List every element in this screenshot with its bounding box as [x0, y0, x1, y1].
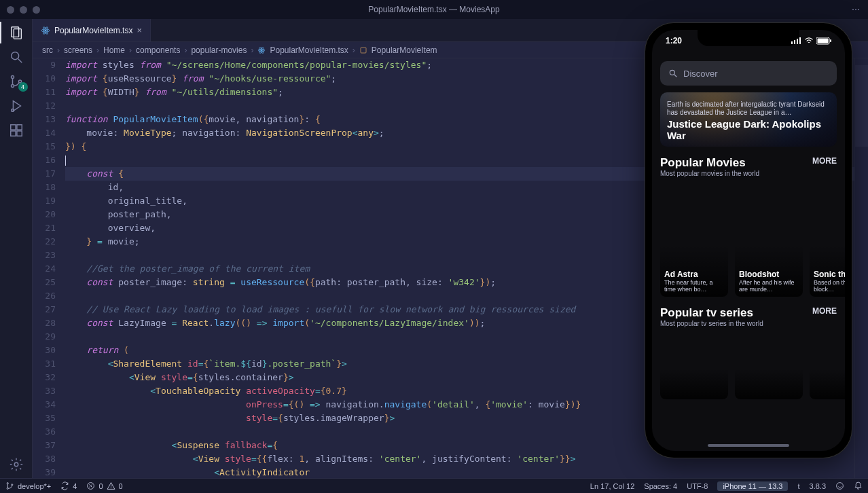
lang-suffix[interactable]: t — [797, 482, 799, 490]
card-title: Bloodshot — [739, 270, 799, 279]
section-header: Popular MoviesMost popular movies in the… — [660, 156, 837, 177]
phone-time: 1:20 — [666, 36, 682, 45]
svg-point-30 — [670, 70, 674, 75]
more-button[interactable]: MORE — [812, 306, 837, 316]
svg-line-3 — [18, 59, 22, 63]
signal-icon — [791, 37, 801, 44]
search-icon[interactable] — [8, 49, 24, 65]
scm-badge: 4 — [18, 82, 28, 92]
svg-point-4 — [11, 76, 14, 79]
card-row[interactable] — [652, 331, 845, 399]
section-subtitle: Most popular movies in the world — [660, 170, 759, 177]
chevron-right-icon: › — [96, 45, 99, 55]
extensions-icon[interactable] — [8, 122, 24, 139]
svg-point-39 — [111, 488, 111, 488]
svg-rect-25 — [797, 39, 798, 44]
section-header: Popular tv seriesMost popular tv series … — [660, 306, 837, 327]
hero-card[interactable]: Earth is decimated after intergalactic t… — [660, 92, 837, 147]
svg-rect-29 — [830, 39, 831, 42]
svg-rect-24 — [794, 40, 795, 44]
git-branch[interactable]: develop*+ — [5, 481, 51, 490]
svg-point-14 — [45, 29, 46, 31]
svg-line-31 — [674, 75, 677, 77]
react-file-icon — [257, 46, 266, 54]
phone-search-placeholder: Discover — [683, 69, 718, 79]
svg-point-18 — [261, 50, 262, 51]
svg-point-2 — [11, 52, 18, 60]
svg-marker-7 — [13, 101, 20, 111]
svg-point-32 — [7, 483, 8, 484]
svg-rect-23 — [791, 41, 793, 44]
title-bar: PopularMovieItem.tsx — MoviesApp ⋯ — [0, 0, 868, 19]
battery-icon — [816, 37, 831, 45]
card-desc: After he and his wife are murde… — [739, 279, 799, 293]
breadcrumb-item[interactable]: PopularMovieItem — [372, 45, 437, 55]
feedback-icon[interactable] — [835, 481, 844, 490]
movie-card[interactable]: BloodshotAfter he and his wife are murde… — [735, 181, 803, 297]
svg-point-33 — [7, 488, 8, 489]
source-control-icon[interactable]: 4 — [8, 73, 24, 90]
hero-title: Justice League Dark: Apokolips War — [667, 118, 830, 141]
breadcrumb-item[interactable]: Home — [103, 45, 125, 55]
svg-rect-26 — [799, 37, 801, 44]
section-title: Popular tv series — [660, 306, 763, 320]
search-icon — [668, 69, 678, 78]
card-row[interactable]: Ad AstraThe near future, a time when bo…… — [652, 181, 845, 297]
wifi-icon — [804, 37, 814, 44]
problems[interactable]: 0 0 — [86, 481, 122, 490]
movie-card[interactable]: Ad AstraThe near future, a time when bo… — [660, 181, 728, 297]
svg-rect-11 — [10, 131, 15, 136]
section-title: Popular Movies — [660, 156, 759, 170]
card-desc: The near future, a time when bo… — [664, 279, 724, 293]
svg-rect-9 — [10, 125, 15, 130]
minimap[interactable] — [854, 58, 868, 478]
close-tab-icon[interactable]: × — [137, 25, 142, 35]
tab-popularmovieitem[interactable]: PopularMovieItem.tsx × — [33, 19, 151, 41]
movie-card[interactable]: Sonic th…Based on the global block… — [810, 181, 845, 297]
chevron-right-icon: › — [352, 45, 355, 55]
encoding[interactable]: UTF-8 — [687, 482, 708, 490]
chevron-right-icon: › — [251, 45, 253, 55]
bell-icon[interactable] — [854, 481, 863, 490]
movie-card[interactable] — [810, 331, 845, 399]
breadcrumb-item[interactable]: components — [136, 45, 180, 55]
card-title: Ad Astra — [664, 270, 724, 279]
phone-screen[interactable]: Discover Earth is decimated after interg… — [652, 30, 845, 451]
card-title: Sonic th… — [814, 270, 845, 279]
card-desc: Based on the global block… — [814, 279, 845, 293]
breadcrumb-item[interactable]: PopularMovieItem.tsx — [270, 45, 348, 55]
symbol-icon — [359, 46, 367, 54]
svg-point-5 — [11, 84, 14, 87]
svg-point-34 — [12, 484, 13, 486]
svg-rect-12 — [16, 131, 21, 136]
home-indicator[interactable] — [708, 444, 789, 447]
svg-point-40 — [837, 483, 844, 490]
hero-desc: Earth is decimated after intergalactic t… — [667, 101, 830, 117]
section-subtitle: Most popular tv series in the world — [660, 320, 763, 327]
activity-bar: 4 — [0, 19, 33, 478]
device-selector[interactable]: iPhone 11 — 13.3 — [717, 481, 788, 491]
phone-search-field[interactable]: Discover — [660, 61, 837, 86]
debug-icon[interactable] — [8, 98, 24, 114]
window-title: PopularMovieItem.tsx — MoviesApp — [0, 5, 868, 14]
movie-card[interactable] — [735, 331, 803, 399]
breadcrumb-item[interactable]: screens — [64, 45, 92, 55]
explorer-icon[interactable] — [8, 24, 24, 41]
chevron-right-icon: › — [129, 45, 132, 55]
breadcrumb-item[interactable]: src — [42, 45, 53, 55]
chevron-right-icon: › — [57, 45, 60, 55]
line-gutter: 9101112131415161718192021222324252627282… — [33, 58, 65, 478]
movie-card[interactable] — [660, 331, 728, 399]
status-bar: develop*+ 4 0 0 Ln 17, Col 12 Spaces: 4 … — [0, 478, 868, 493]
ext-version[interactable]: 3.8.3 — [810, 482, 826, 490]
svg-rect-10 — [16, 125, 21, 130]
more-button[interactable]: MORE — [812, 156, 837, 166]
breadcrumb-item[interactable]: popular-movies — [191, 45, 247, 55]
cursor-position[interactable]: Ln 17, Col 12 — [590, 482, 634, 490]
indent[interactable]: Spaces: 4 — [644, 482, 677, 490]
sync-status[interactable]: 4 — [60, 481, 77, 490]
svg-point-8 — [11, 109, 14, 112]
tab-label: PopularMovieItem.tsx — [54, 26, 132, 35]
settings-icon[interactable] — [8, 456, 24, 473]
svg-rect-22 — [361, 48, 366, 53]
